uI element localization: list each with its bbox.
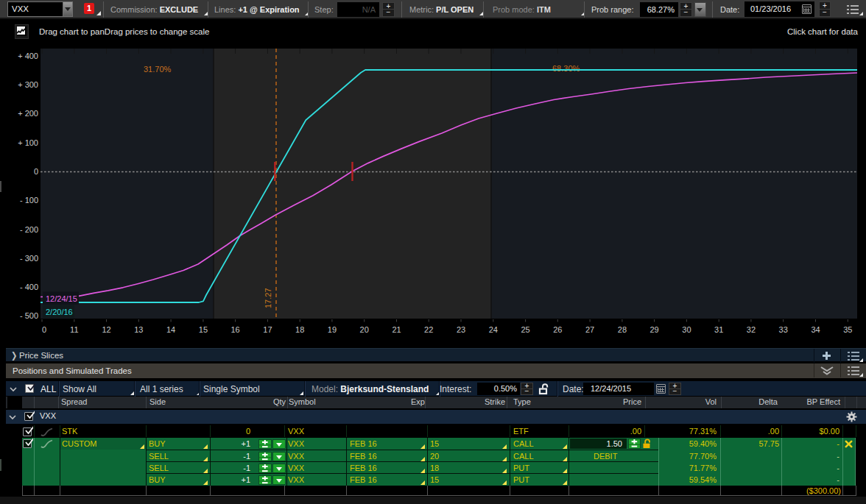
svg-text:31.70%: 31.70% xyxy=(144,65,172,74)
svg-text:25: 25 xyxy=(521,325,529,334)
svg-text:14: 14 xyxy=(166,325,175,334)
svg-text:19: 19 xyxy=(328,325,337,334)
svg-text:20: 20 xyxy=(360,325,369,334)
svg-text:+ 200: + 200 xyxy=(18,109,38,118)
svg-text:24: 24 xyxy=(489,325,498,334)
svg-text:15: 15 xyxy=(199,325,208,334)
svg-text:0: 0 xyxy=(34,167,38,176)
svg-text:- 200: - 200 xyxy=(20,225,38,234)
svg-text:22: 22 xyxy=(424,325,433,334)
svg-text:- 100: - 100 xyxy=(20,196,38,205)
svg-text:11: 11 xyxy=(70,325,78,334)
svg-text:28: 28 xyxy=(618,325,627,334)
svg-text:30: 30 xyxy=(682,325,691,334)
svg-text:35: 35 xyxy=(843,325,852,334)
svg-text:0: 0 xyxy=(42,325,46,334)
svg-text:18: 18 xyxy=(295,325,304,334)
svg-text:- 500: - 500 xyxy=(20,311,38,320)
svg-text:+ 100: + 100 xyxy=(18,138,38,147)
svg-text:27: 27 xyxy=(585,325,594,334)
svg-text:29: 29 xyxy=(650,325,658,334)
svg-text:+ 300: + 300 xyxy=(18,80,38,89)
svg-text:33: 33 xyxy=(779,325,788,334)
svg-text:34: 34 xyxy=(811,325,820,334)
svg-text:12/24/15: 12/24/15 xyxy=(46,294,77,303)
svg-text:- 300: - 300 xyxy=(20,254,38,263)
svg-text:23: 23 xyxy=(457,325,465,334)
svg-text:2/20/16: 2/20/16 xyxy=(46,308,73,316)
svg-text:+ 400: + 400 xyxy=(18,52,38,60)
svg-text:12: 12 xyxy=(102,325,110,334)
svg-text:17.27: 17.27 xyxy=(264,288,272,308)
svg-text:16: 16 xyxy=(230,325,239,334)
svg-text:68.30%: 68.30% xyxy=(552,64,580,73)
svg-text:- 400: - 400 xyxy=(20,283,38,291)
svg-text:26: 26 xyxy=(553,325,562,334)
svg-text:13: 13 xyxy=(134,325,143,334)
svg-text:32: 32 xyxy=(747,325,756,334)
svg-text:31: 31 xyxy=(714,325,723,334)
svg-text:21: 21 xyxy=(392,325,401,334)
svg-text:17: 17 xyxy=(263,325,272,334)
